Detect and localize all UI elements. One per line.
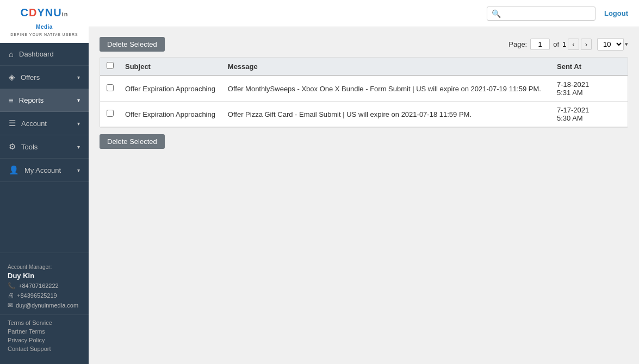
sent-at-time: 5:31 AM [557,89,583,97]
logo-tagline: DEFINE YOUR NATIVE USERS [10,33,78,36]
sent-at-date: 7-17-2021 [557,106,589,114]
reports-icon: ≡ [9,96,14,105]
email-address: duy@dynuinmedia.com [16,302,78,309]
email-row: ✉ duy@dynuinmedia.com [8,302,81,309]
search-input[interactable] [504,9,591,17]
tools-icon: ⚙ [9,142,16,152]
account-icon: ☰ [9,118,16,128]
sidebar-item-offers[interactable]: ◈ Offers ▾ [0,66,89,89]
phone-row: 📞 +84707162222 [8,282,81,290]
sidebar-item-label: Offers [21,73,40,81]
row-checkbox-cell [100,76,120,102]
manager-label: Account Manager: [8,264,81,270]
notifications-table-wrap: Subject Message Sent At Offer Expiration… [100,57,628,128]
sent-at-date: 7-18-2021 [557,80,589,89]
sidebar-item-tools[interactable]: ⚙ Tools ▾ [0,135,89,159]
row-message: Offer Pizza Gift Card - Email Submit | U… [222,102,551,127]
sidebar-item-label: My Account [24,166,61,174]
chevron-down-icon: ▾ [77,167,80,173]
table-header-row: Subject Message Sent At [100,58,628,76]
delete-selected-bottom-button[interactable]: Delete Selected [100,134,165,149]
select-all-checkbox[interactable] [107,62,114,69]
col-header-sent-at: Sent At [551,58,628,76]
row-sent-at: 7-18-2021 5:31 AM [551,76,628,102]
bottom-actions-row: Delete Selected [100,134,628,149]
terms-service-link[interactable]: Terms of Service [8,319,81,326]
chevron-down-icon: ▾ [77,97,80,103]
sidebar-item-label: Account [21,120,47,128]
sidebar-footer: Account Manager: Duy Kin 📞 +84707162222 … [0,253,89,364]
search-wrap: 🔍 [487,7,595,21]
table-row: Offer Expiration Approaching Offer Month… [100,76,628,102]
sidebar-item-label: Dashboard [19,50,54,58]
total-pages: 1 [562,40,566,48]
user-icon: 👤 [9,165,19,175]
topbar: 🔍 Logout [89,0,639,27]
email-icon: ✉ [8,302,13,309]
row-checkbox-cell [100,102,120,127]
logo-area: CDYNUin Media DEFINE YOUR NATIVE USERS [0,0,89,43]
footer-links: Terms of Service Partner Terms Privacy P… [0,315,89,359]
top-actions-row: Delete Selected Page: of 1 ‹ › 10 25 50 … [100,37,628,52]
row-message: Offer MonthlySweeps - Xbox One X Bundle … [222,76,551,102]
fax-number: +84396525219 [17,292,57,299]
table-row: Offer Expiration Approaching Offer Pizza… [100,102,628,127]
pagination-row: Page: of 1 ‹ › 10 25 50 ▾ [508,38,628,51]
row-subject: Offer Expiration Approaching [120,102,222,127]
col-header-message: Message [222,58,551,76]
chevron-down-icon: ▾ [77,121,80,127]
privacy-policy-link[interactable]: Privacy Policy [8,337,81,343]
notifications-table: Subject Message Sent At Offer Expiration… [100,58,628,127]
sidebar-item-reports[interactable]: ≡ Reports ▾ [0,89,89,112]
manager-name: Duy Kin [8,272,81,280]
sidebar: CDYNUin Media DEFINE YOUR NATIVE USERS ⌂… [0,0,89,364]
page-label: Page: [508,40,527,48]
of-label: of [553,40,559,48]
per-page-select[interactable]: 10 25 50 [597,38,624,51]
per-page-wrap: 10 25 50 ▾ [597,38,628,51]
logout-button[interactable]: Logout [604,9,628,17]
row-sent-at: 7-17-2021 5:30 AM [551,102,628,127]
account-info-block: Account Manager: Duy Kin 📞 +84707162222 … [0,259,89,315]
delete-selected-top-button[interactable]: Delete Selected [100,37,165,52]
chevron-down-icon: ▾ [77,144,80,150]
fax-icon: 🖨 [8,292,14,299]
home-icon: ⌂ [9,49,14,59]
page-input[interactable] [530,39,550,50]
sidebar-item-my-account[interactable]: 👤 My Account ▾ [0,159,89,182]
sidebar-item-label: Tools [21,143,38,151]
fax-row: 🖨 +84396525219 [8,292,81,299]
sidebar-item-label: Reports [19,96,44,104]
sidebar-item-dashboard[interactable]: ⌂ Dashboard [0,43,89,66]
offers-icon: ◈ [9,72,15,82]
main-area: 🔍 Logout Delete Selected Page: of 1 ‹ › … [89,0,639,364]
row-subject: Offer Expiration Approaching [120,76,222,102]
search-icon: 🔍 [492,9,501,18]
prev-page-button[interactable]: ‹ [568,39,579,50]
phone-number: +84707162222 [18,283,59,289]
next-page-button[interactable]: › [581,39,592,50]
chevron-down-icon: ▾ [625,41,628,48]
content-area: Delete Selected Page: of 1 ‹ › 10 25 50 … [89,27,639,364]
sent-at-time: 5:30 AM [557,114,583,122]
contact-support-link[interactable]: Contact Support [8,346,81,352]
phone-icon: 📞 [8,282,16,290]
col-header-checkbox [100,58,120,76]
partner-terms-link[interactable]: Partner Terms [8,328,81,335]
row-checkbox[interactable] [107,84,114,91]
row-checkbox[interactable] [107,110,114,117]
col-header-subject: Subject [120,58,222,76]
sidebar-item-account[interactable]: ☰ Account ▾ [0,112,89,135]
chevron-down-icon: ▾ [77,74,80,80]
logo-brand: CDYNUin Media [10,7,78,32]
